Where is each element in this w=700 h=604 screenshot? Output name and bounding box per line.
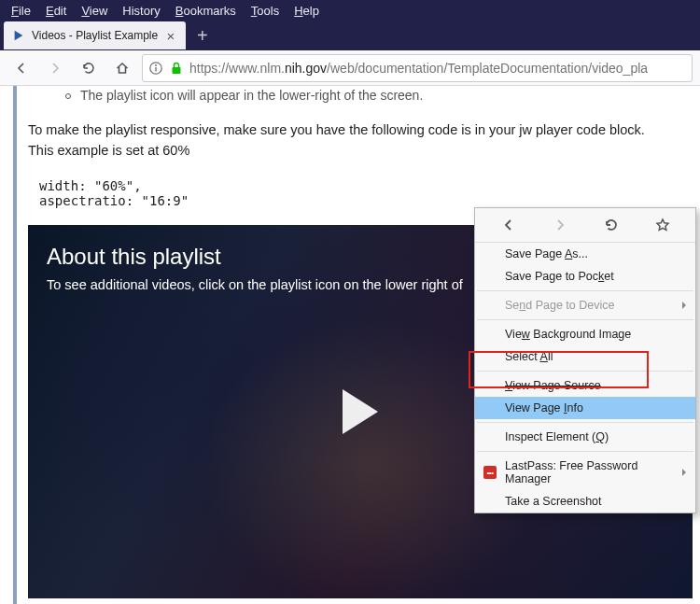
context-menu-separator [477, 371, 693, 372]
context-menu-item-inspect-element-q[interactable]: Inspect Element (Q) [475, 426, 695, 448]
menu-history[interactable]: History [115, 2, 167, 20]
bullet-text: The playlist icon will appear in the low… [80, 88, 423, 103]
context-menu-item-lastpass-free-password-manager[interactable]: •••LastPass: Free Password Manager [475, 455, 695, 490]
context-menu: Save Page As...Save Page to PocketSend P… [474, 207, 696, 513]
menu-bar: FileEditViewHistoryBookmarksToolsHelp [0, 0, 700, 21]
context-menu-item-save-page-to-pocket[interactable]: Save Page to Pocket [475, 265, 695, 288]
context-menu-item-take-a-screenshot[interactable]: Take a Screenshot [475, 490, 695, 513]
svg-point-1 [155, 64, 157, 66]
menu-bookmarks[interactable]: Bookmarks [168, 2, 244, 20]
reload-button[interactable] [75, 54, 103, 82]
play-icon[interactable] [343, 389, 378, 434]
bullet-item: The playlist icon will appear in the low… [28, 88, 693, 119]
context-menu-separator [477, 451, 693, 452]
menu-file[interactable]: File [4, 2, 38, 20]
forward-button[interactable] [41, 54, 69, 82]
context-menu-nav [475, 208, 695, 243]
tab-bar: Videos - Playlist Example × + [0, 21, 700, 50]
context-bookmark-button[interactable] [650, 214, 676, 236]
tab-favicon-icon [11, 28, 26, 43]
menu-edit[interactable]: Edit [38, 2, 74, 20]
context-menu-item-view-background-image[interactable]: View Background Image [475, 323, 695, 345]
context-menu-item-view-page-source[interactable]: View Page Source [475, 374, 695, 397]
svg-rect-2 [155, 67, 156, 72]
bullet-icon [65, 93, 71, 99]
tab-title: Videos - Playlist Example [32, 29, 163, 42]
context-menu-item-save-page-as[interactable]: Save Page As... [475, 243, 695, 265]
context-back-button[interactable] [496, 214, 522, 236]
context-menu-item-send-page-to-device[interactable]: Send Page to Device [475, 294, 695, 316]
url-text: https://www.nlm.nih.gov/web/documentatio… [189, 61, 648, 76]
address-bar[interactable]: https://www.nlm.nih.gov/web/documentatio… [142, 54, 693, 82]
context-menu-separator [477, 422, 693, 423]
context-forward-button[interactable] [547, 214, 573, 236]
menu-view[interactable]: View [74, 2, 115, 20]
context-menu-item-select-all[interactable]: Select All [475, 345, 695, 368]
back-button[interactable] [7, 54, 35, 82]
context-menu-separator [477, 290, 693, 291]
lock-icon [169, 61, 184, 76]
svg-rect-3 [173, 67, 181, 74]
tab-close-button[interactable]: × [163, 28, 178, 43]
browser-tab[interactable]: Videos - Playlist Example × [4, 21, 186, 49]
menu-tools[interactable]: Tools [244, 2, 287, 20]
lastpass-icon: ••• [483, 465, 497, 480]
home-button[interactable] [108, 54, 136, 82]
context-menu-separator [477, 319, 693, 320]
context-reload-button[interactable] [598, 214, 624, 236]
menu-help[interactable]: Help [287, 2, 327, 20]
nav-toolbar: https://www.nlm.nih.gov/web/documentatio… [0, 50, 700, 86]
context-menu-item-view-page-info[interactable]: View Page Info [475, 397, 695, 419]
site-info-icon[interactable] [148, 61, 163, 76]
new-tab-button[interactable]: + [186, 25, 219, 47]
paragraph: To make the playlist responsive, make su… [28, 119, 693, 162]
content-left-rule [13, 86, 17, 604]
